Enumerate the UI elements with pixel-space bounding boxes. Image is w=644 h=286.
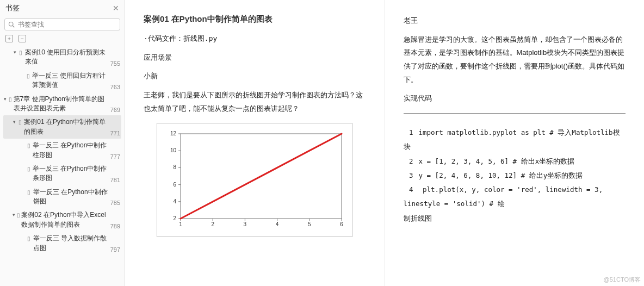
bookmark-item[interactable]: ▾▯案例02 在Python中导入Excel数据制作简单的图表789 xyxy=(3,208,121,232)
bookmark-label: 举一反三 导入数据制作散点图 xyxy=(33,234,108,253)
svg-text:4: 4 xyxy=(276,221,279,227)
scene-label: 应用场景 xyxy=(144,51,366,65)
bookmark-icon: ▯ xyxy=(27,142,32,150)
collapse-all-icon[interactable]: − xyxy=(18,35,26,42)
bookmark-icon: ▯ xyxy=(19,49,24,57)
chevron-down-icon[interactable]: ▾ xyxy=(3,96,8,103)
bookmark-icon: ▯ xyxy=(27,235,32,243)
svg-text:5: 5 xyxy=(308,221,311,227)
svg-text:1: 1 xyxy=(179,221,182,227)
close-icon[interactable]: ✕ xyxy=(113,4,119,13)
speaker-laowang: 老王 xyxy=(404,14,626,28)
chevron-down-icon[interactable]: ▾ xyxy=(12,119,17,126)
svg-text:8: 8 xyxy=(174,165,177,171)
page-number: 763 xyxy=(108,84,120,90)
page-number: 777 xyxy=(108,153,120,160)
dialogue-laowang: 急躁冒进是学习的大敌。这个图表虽然简单，却包含了一个图表必备的基本元素，是学习图… xyxy=(404,33,626,87)
page-number: 785 xyxy=(108,200,120,206)
page-number: 771 xyxy=(108,130,120,136)
svg-text:10: 10 xyxy=(170,148,177,154)
svg-text:3: 3 xyxy=(244,221,247,227)
bookmark-icon: ▯ xyxy=(27,165,32,173)
page-number: 789 xyxy=(108,223,120,229)
bookmark-icon: ▯ xyxy=(27,72,31,80)
line-chart: 12345624681012 xyxy=(162,128,347,232)
bookmark-item[interactable]: ▯举一反三 在Python中制作条形图781 xyxy=(3,162,121,185)
bookmark-label: 案例01 在Python中制作简单的图表 xyxy=(24,117,108,136)
bookmark-item[interactable]: ▾▯第7章 使用Python制作简单的图表并设置图表元素769 xyxy=(3,92,121,116)
bookmark-label: 第7章 使用Python制作简单的图表并设置图表元素 xyxy=(14,95,108,114)
code-tail: 制折线图 xyxy=(404,212,626,226)
bookmark-label: 举一反三 在Python中制作条形图 xyxy=(33,164,108,183)
impl-label: 实现代码 xyxy=(404,92,626,105)
bookmark-icon: ▯ xyxy=(18,119,23,127)
code-block: 1import matplotlib.pyplot as plt # 导入Mat… xyxy=(404,126,626,226)
page-number: 755 xyxy=(108,60,120,67)
expand-all-icon[interactable]: + xyxy=(5,35,13,42)
code-file-line: ·代码文件：折线图.py xyxy=(144,32,366,46)
speaker-xiaoxin: 小新 xyxy=(144,70,366,83)
svg-point-0 xyxy=(9,22,14,27)
bookmark-label: 案例10 使用回归分析预测未来值 xyxy=(25,48,108,67)
sidebar-title: 书签 xyxy=(5,3,20,13)
page-left: 案例01 在Python中制作简单的图表 ·代码文件：折线图.py 应用场景 小… xyxy=(125,0,385,286)
bookmark-label: 案例02 在Python中导入Excel数据制作简单的图表 xyxy=(21,210,108,229)
code-line: 4 plt.plot(x, y, color = 'red', linewidt… xyxy=(404,183,626,212)
page-title: 案例01 在Python中制作简单的图表 xyxy=(144,14,366,24)
page-number: 797 xyxy=(108,246,120,253)
bookmark-item[interactable]: ▯举一反三 在Python中制作饼图785 xyxy=(3,185,121,209)
svg-text:6: 6 xyxy=(340,221,343,227)
bookmark-item[interactable]: ▯举一反三 在Python中制作柱形图777 xyxy=(3,139,121,162)
bookmarks-sidebar: 书签 ✕ + − ▾▯案例10 使用回归分析预测未来值755▯举一反三 使用回归… xyxy=(0,0,125,286)
code-line: 2x = [1, 2, 3, 4, 5, 6] # 给出x坐标的数据 xyxy=(404,154,626,169)
bookmark-label: 举一反三 使用回归方程计算预测值 xyxy=(32,71,108,90)
document-view: 案例01 在Python中制作简单的图表 ·代码文件：折线图.py 应用场景 小… xyxy=(125,0,644,286)
svg-text:4: 4 xyxy=(174,198,177,204)
bookmark-icon: ▯ xyxy=(27,189,32,197)
page-right: 老王 急躁冒进是学习的大敌。这个图表虽然简单，却包含了一个图表必备的基本元素，是… xyxy=(385,0,645,286)
svg-line-1 xyxy=(13,26,14,27)
search-input[interactable] xyxy=(18,21,116,28)
code-line: 1import matplotlib.pyplot as plt # 导入Mat… xyxy=(404,126,626,154)
watermark: @51CTO博客 xyxy=(604,276,641,284)
bookmark-icon: ▯ xyxy=(9,96,13,104)
sidebar-tools: + − xyxy=(0,33,125,46)
page-number: 769 xyxy=(108,107,120,113)
bookmark-item[interactable]: ▯举一反三 使用回归方程计算预测值763 xyxy=(3,69,121,92)
search-icon xyxy=(8,21,15,28)
bookmark-item[interactable]: ▾▯案例01 在Python中制作简单的图表771 xyxy=(3,115,121,139)
chevron-down-icon[interactable]: ▾ xyxy=(12,212,16,219)
dialogue-xiaoxin: 王老师，我们是要从下图所示的折线图开始学习制作图表的方法吗？这也太简单了吧，能不… xyxy=(144,89,366,115)
chart-frame: 12345624681012 xyxy=(157,123,352,237)
svg-text:2: 2 xyxy=(212,221,215,227)
search-box[interactable] xyxy=(4,18,120,30)
svg-text:6: 6 xyxy=(174,182,177,188)
svg-text:12: 12 xyxy=(170,130,177,136)
bookmark-item[interactable]: ▾▯案例10 使用回归分析预测未来值755 xyxy=(3,46,121,69)
chevron-down-icon[interactable]: ▾ xyxy=(12,49,18,56)
sidebar-header: 书签 ✕ xyxy=(0,0,125,16)
page-number: 781 xyxy=(108,177,120,183)
bookmark-item[interactable]: ▯举一反三 导入数据制作散点图797 xyxy=(3,232,121,255)
divider xyxy=(404,113,626,114)
svg-text:2: 2 xyxy=(174,215,177,221)
bookmark-label: 举一反三 在Python中制作柱形图 xyxy=(33,141,108,160)
bookmark-tree[interactable]: ▾▯案例10 使用回归分析预测未来值755▯举一反三 使用回归方程计算预测值76… xyxy=(0,46,125,286)
bookmark-icon: ▯ xyxy=(17,212,20,220)
bookmark-label: 举一反三 在Python中制作饼图 xyxy=(33,188,108,207)
code-line: 3y = [2, 4, 6, 8, 10, 12] # 给出y坐标的数据 xyxy=(404,169,626,183)
